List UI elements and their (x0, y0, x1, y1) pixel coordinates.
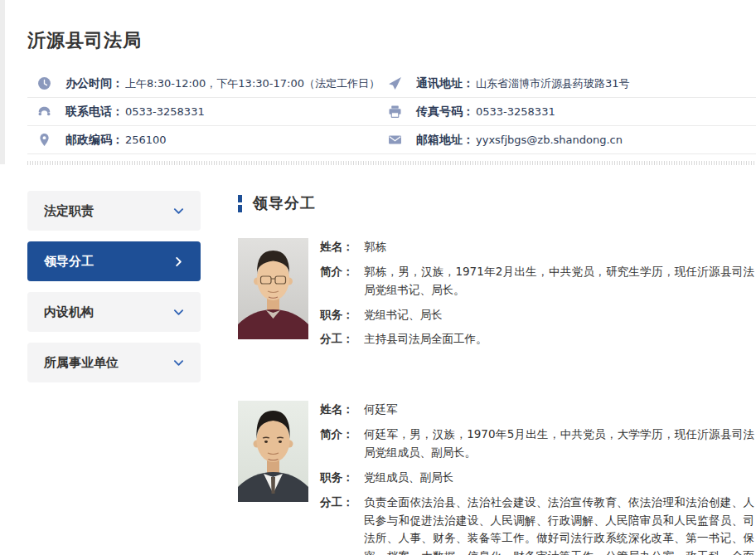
sidebar-item-internal-orgs[interactable]: 内设机构 (27, 292, 201, 332)
contact-label: 联系电话： (65, 105, 124, 119)
leader-name: 何廷军 (364, 401, 754, 419)
contact-value: yyxsfjbgs@zb.shandong.cn (476, 134, 623, 146)
page-title: 沂源县司法局 (27, 0, 756, 53)
leader-duty: 主持县司法局全面工作。 (364, 330, 754, 348)
section-title: 领导分工 (253, 193, 316, 213)
page-container: 沂源县司法局 办公时间： 上午8:30-12:00，下午13:30-17:00（… (0, 0, 756, 555)
field-name: 姓名： 郭栋 (320, 238, 754, 256)
field-bio: 简介： 郭栋，男，汉族，1971年2月出生，中共党员，研究生学历，现任沂源县司法… (320, 263, 754, 299)
contact-row-email: 邮箱地址： yyxsfjbgs@zb.shandong.cn (378, 126, 756, 154)
field-label: 分工： (320, 494, 364, 555)
leader-position: 党组书记、局长 (364, 306, 754, 324)
contact-row-office-hours: 办公时间： 上午8:30-12:00，下午13:30-17:00（法定工作日） (27, 70, 378, 98)
leader-position: 党组成员、副局长 (364, 469, 754, 487)
field-duty: 分工： 主持县司法局全面工作。 (320, 330, 754, 348)
field-name: 姓名： 何廷军 (320, 401, 754, 419)
sidebar-item-label: 所属事业单位 (44, 355, 119, 371)
clock-icon (37, 76, 51, 90)
phone-icon (37, 105, 51, 119)
chevron-down-icon (173, 206, 184, 217)
field-duty: 分工： 负责全面依法治县、法治社会建设、法治宣传教育、依法治理和法治创建、人民参… (320, 494, 754, 555)
mail-icon (388, 133, 402, 147)
leader-photo (238, 238, 308, 339)
send-icon (388, 76, 402, 90)
sidebar-item-legal-duties[interactable]: 法定职责 (27, 191, 201, 231)
contact-value: 山东省淄博市沂源县药玻路31号 (476, 76, 630, 91)
sidebar-item-leadership[interactable]: 领导分工 (27, 241, 201, 281)
field-bio: 简介： 何廷军，男，汉族，1970年5月出生，中共党员，大学学历，现任沂源县司法… (320, 426, 754, 462)
field-position: 职务： 党组书记、局长 (320, 306, 754, 324)
section-marker-icon (238, 195, 242, 212)
sidebar-item-label: 内设机构 (44, 304, 94, 320)
page-left-edge (0, 0, 5, 164)
map-pin-icon (37, 133, 51, 147)
contact-value: 上午8:30-12:00，下午13:30-17:00（法定工作日） (125, 76, 380, 91)
section-header: 领导分工 (238, 193, 754, 213)
field-label: 简介： (320, 263, 364, 299)
content-area: 法定职责 领导分工 内设机构 所属事业单位 领导分工 (27, 191, 756, 555)
chevron-down-icon (173, 307, 184, 318)
leader-name: 郭栋 (364, 238, 754, 256)
sidebar-item-affiliated-units[interactable]: 所属事业单位 (27, 343, 201, 382)
contact-label: 通讯地址： (416, 76, 474, 91)
fax-icon (388, 105, 402, 119)
field-label: 简介： (320, 426, 364, 462)
contact-label: 邮政编码： (65, 133, 124, 148)
contact-value: 0533-3258331 (476, 105, 555, 118)
leader-duty: 负责全面依法治县、法治社会建设、法治宣传教育、依法治理和法治创建、人民参与和促进… (364, 494, 754, 555)
leader-bio: 郭栋，男，汉族，1971年2月出生，中共党员，研究生学历，现任沂源县司法局党组书… (364, 263, 754, 299)
sidebar-item-label: 领导分工 (44, 254, 94, 270)
sidebar-nav: 法定职责 领导分工 内设机构 所属事业单位 (27, 191, 201, 555)
contact-row-phone: 联系电话： 0533-3258331 (27, 98, 378, 126)
leader-info: 姓名： 何廷军 简介： 何廷军，男，汉族，1970年5月出生，中共党员，大学学历… (320, 401, 754, 555)
field-label: 职务： (320, 469, 364, 487)
sidebar-item-label: 法定职责 (44, 203, 94, 219)
field-label: 姓名： (320, 238, 364, 256)
dashed-divider (27, 161, 756, 165)
contact-row-postcode: 邮政编码： 256100 (27, 126, 378, 154)
leader-card: 姓名： 何廷军 简介： 何廷军，男，汉族，1970年5月出生，中共党员，大学学历… (238, 401, 754, 555)
leader-bio: 何廷军，男，汉族，1970年5月出生，中共党员，大学学历，现任沂源县司法局党组成… (364, 426, 754, 462)
field-label: 分工： (320, 330, 364, 348)
leader-card: 姓名： 郭栋 简介： 郭栋，男，汉族，1971年2月出生，中共党员，研究生学历，… (238, 238, 754, 355)
contact-label: 办公时间： (65, 76, 124, 91)
contact-row-fax: 传真号码： 0533-3258331 (378, 98, 756, 126)
contact-info-panel: 办公时间： 上午8:30-12:00，下午13:30-17:00（法定工作日） … (27, 70, 756, 154)
contact-row-address: 通讯地址： 山东省淄博市沂源县药玻路31号 (378, 70, 756, 98)
field-label: 姓名： (320, 401, 364, 419)
chevron-down-icon (173, 358, 184, 368)
field-position: 职务： 党组成员、副局长 (320, 469, 754, 487)
chevron-right-icon (173, 256, 184, 267)
contact-label: 传真号码： (416, 105, 474, 119)
leader-photo (238, 401, 308, 502)
contact-label: 邮箱地址： (416, 133, 474, 148)
leader-info: 姓名： 郭栋 简介： 郭栋，男，汉族，1971年2月出生，中共党员，研究生学历，… (320, 238, 754, 355)
main-panel: 领导分工 (238, 191, 756, 555)
field-label: 职务： (320, 306, 364, 324)
contact-value: 0533-3258331 (125, 105, 205, 118)
contact-value: 256100 (125, 134, 167, 146)
